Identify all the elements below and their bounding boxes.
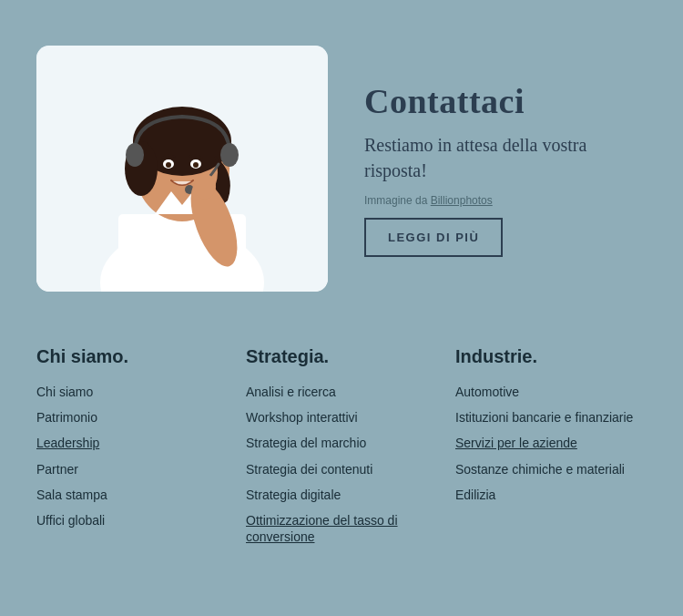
column-strategia-title: Strategia.: [246, 346, 437, 367]
link-strategia-contenuti[interactable]: Strategia dei contenuti: [246, 461, 437, 477]
svg-point-9: [166, 162, 171, 168]
contact-subtitle: Restiamo in attesa della vostra risposta…: [364, 132, 647, 183]
image-credit-link[interactable]: Billionphotos: [431, 194, 493, 207]
svg-point-12: [220, 143, 239, 167]
link-edilizia[interactable]: Edilizia: [455, 487, 647, 503]
link-bancarie[interactable]: Istituzioni bancarie e finanziarie: [455, 409, 647, 426]
link-sostanze[interactable]: Sostanze chimiche e materiali: [455, 461, 647, 477]
link-uffici-globali[interactable]: Uffici globali: [36, 512, 228, 529]
column-chi-siamo-title: Chi siamo.: [36, 346, 228, 367]
column-industrie: Industrie. Automotive Istituzioni bancar…: [455, 346, 647, 545]
image-credit: Immagine da Billionphotos: [364, 194, 647, 207]
link-servizi-aziende[interactable]: Servizi per le aziende: [455, 435, 647, 451]
link-partner[interactable]: Partner: [36, 461, 228, 477]
contact-title: Contattaci: [364, 81, 647, 121]
footer-columns: Chi siamo. Chi siamo Patrimonio Leadersh…: [0, 319, 683, 563]
link-sala-stampa[interactable]: Sala stampa: [36, 487, 228, 503]
link-analisi[interactable]: Analisi e ricerca: [246, 384, 437, 400]
link-patrimonio[interactable]: Patrimonio: [36, 409, 228, 426]
column-strategia: Strategia. Analisi e ricerca Workshop in…: [246, 346, 437, 545]
image-credit-prefix: Immagine da: [364, 194, 431, 207]
hero-image: [36, 46, 328, 292]
link-workshop[interactable]: Workshop interattivi: [246, 409, 437, 426]
read-more-button[interactable]: LEGGI DI PIÙ: [364, 218, 503, 257]
link-automotive[interactable]: Automotive: [455, 384, 647, 400]
column-industrie-title: Industrie.: [455, 346, 647, 367]
link-chi-siamo[interactable]: Chi siamo: [36, 384, 228, 400]
link-strategia-digitale[interactable]: Strategia digitale: [246, 487, 437, 503]
link-ottimizzazione[interactable]: Ottimizzazione del tasso di conversione: [246, 512, 437, 545]
svg-point-10: [193, 162, 199, 168]
hero-content: Contattaci Restiamo in attesa della vost…: [364, 81, 647, 257]
column-chi-siamo: Chi siamo. Chi siamo Patrimonio Leadersh…: [36, 346, 228, 545]
svg-point-15: [194, 174, 216, 200]
svg-point-11: [126, 143, 144, 167]
link-leadership[interactable]: Leadership: [36, 435, 228, 451]
link-strategia-marchio[interactable]: Strategia del marchio: [246, 435, 437, 451]
